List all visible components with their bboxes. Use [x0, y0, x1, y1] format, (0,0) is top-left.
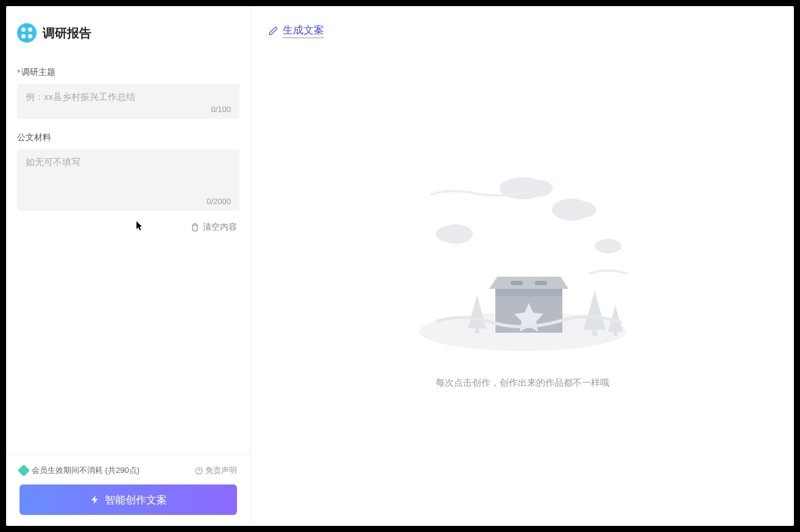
- clear-content-label: 清空内容: [203, 222, 237, 233]
- empty-illustration: [401, 176, 645, 359]
- empty-state-text: 每次点击创作，创作出来的作品都不一样哦: [436, 377, 609, 389]
- sidebar-header: 调研报告: [6, 6, 250, 49]
- topic-input[interactable]: [26, 91, 231, 102]
- material-field: 公文材料 0/2000: [17, 132, 239, 211]
- svg-rect-9: [475, 327, 479, 333]
- topic-input-wrap: 0/100: [17, 84, 239, 119]
- svg-rect-15: [535, 281, 547, 285]
- info-icon: [195, 467, 203, 475]
- topic-label: 调研主题: [21, 67, 55, 78]
- main-header-title[interactable]: 生成文案: [283, 23, 324, 38]
- svg-point-6: [595, 239, 621, 254]
- svg-rect-10: [592, 328, 597, 336]
- svg-point-5: [572, 202, 596, 218]
- required-star: *: [17, 68, 20, 77]
- generate-button[interactable]: 智能创作文案: [19, 484, 237, 515]
- trash-icon: [191, 223, 199, 232]
- material-label: 公文材料: [17, 132, 51, 143]
- svg-rect-14: [511, 281, 523, 285]
- clear-content-button[interactable]: 清空内容: [17, 222, 239, 233]
- topic-field: * 调研主题 0/100: [17, 67, 239, 119]
- svg-rect-13: [495, 289, 562, 296]
- membership-text: 会员生效期间不消耗 (共290点): [32, 465, 140, 476]
- svg-rect-11: [614, 330, 617, 336]
- membership-info: 会员生效期间不消耗 (共290点): [19, 465, 140, 476]
- diamond-icon: [18, 464, 30, 477]
- page-title: 调研报告: [43, 25, 91, 41]
- svg-point-3: [436, 227, 458, 241]
- main-content: 生成文案: [251, 6, 794, 526]
- bolt-icon: [90, 495, 100, 505]
- main-header: 生成文案: [251, 6, 794, 38]
- topic-label-row: * 调研主题: [17, 67, 239, 78]
- sidebar-footer: 会员生效期间不消耗 (共290点) 免责声明 智能创作文案: [6, 455, 250, 526]
- topic-counter: 0/100: [26, 105, 231, 114]
- material-label-row: 公文材料: [17, 132, 239, 143]
- edit-icon: [268, 26, 278, 36]
- app-logo: [17, 23, 37, 43]
- material-input-wrap: 0/2000: [17, 149, 239, 211]
- material-textarea[interactable]: [26, 157, 231, 192]
- generate-button-label: 智能创作文案: [105, 493, 167, 507]
- sidebar: 调研报告 * 调研主题 0/100 公文材料: [6, 6, 251, 526]
- material-counter: 0/2000: [26, 197, 231, 206]
- empty-state: 每次点击创作，创作出来的作品都不一样哦: [251, 38, 794, 526]
- disclaimer-label: 免责声明: [205, 465, 237, 476]
- disclaimer-link[interactable]: 免责声明: [195, 465, 237, 476]
- footer-info: 会员生效期间不消耗 (共290点) 免责声明: [19, 465, 237, 476]
- form-area: * 调研主题 0/100 公文材料 0/2000: [6, 49, 250, 455]
- svg-point-8: [523, 180, 553, 197]
